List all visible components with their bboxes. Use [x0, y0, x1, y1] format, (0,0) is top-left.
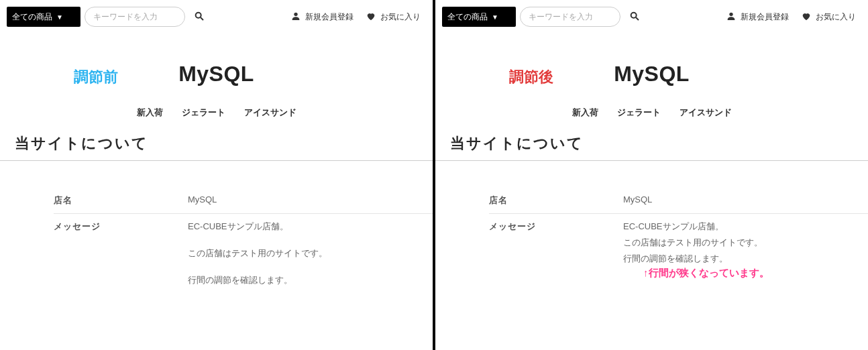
pane-after: 全ての商品 ▼ 新規会員登録 [435, 0, 868, 350]
nav-item[interactable]: ジェラート [182, 107, 225, 119]
topbar-right: 新規会員登録 お気に入り [290, 11, 426, 23]
nav-item[interactable]: アイスサンド [244, 107, 296, 119]
search-box [85, 7, 185, 27]
page-title: 当サイトについて [450, 133, 868, 154]
favorites-label: お気に入り [380, 11, 421, 23]
search-input[interactable] [529, 12, 629, 21]
page-title: 当サイトについて [15, 133, 433, 154]
category-label: 全ての商品 [447, 11, 488, 23]
register-label: 新規会員登録 [305, 11, 354, 23]
nav-item[interactable]: 新入荷 [137, 107, 163, 119]
message-line: EC-CUBEサンプル店舗。 [623, 221, 868, 233]
topbar: 全ての商品 ▼ 新規会員登録 [0, 0, 433, 28]
category-nav: 新入荷 ジェラート アイスサンド [435, 107, 868, 119]
search-input[interactable] [93, 12, 194, 21]
message-line: この店舗はテスト用のサイトです。 [188, 247, 433, 259]
svg-point-2 [294, 12, 297, 15]
svg-point-0 [196, 12, 201, 17]
chevron-down-icon: ▼ [492, 13, 498, 21]
message-value: EC-CUBEサンプル店舗。 この店舗はテスト用のサイトです。 行間の調節を確認… [188, 221, 433, 286]
register-link[interactable]: 新規会員登録 [290, 11, 354, 23]
heart-icon [366, 11, 376, 23]
search-icon[interactable] [629, 11, 640, 23]
message-line: 行間の調節を確認します。 [623, 253, 868, 265]
search-box [520, 7, 620, 27]
register-link[interactable]: 新規会員登録 [726, 11, 789, 23]
annotation-line-spacing: ↑行間が狭くなっています。 [643, 267, 769, 280]
message-label: メッセージ [489, 221, 623, 265]
category-nav: 新入荷 ジェラート アイスサンド [0, 107, 433, 119]
table-row: メッセージ EC-CUBEサンプル店舗。 この店舗はテスト用のサイトです。 行間… [489, 214, 868, 272]
message-line: この店舗はテスト用のサイトです。 [623, 237, 868, 249]
svg-point-5 [729, 12, 733, 15]
divider-line [0, 160, 433, 161]
shop-name-label: 店名 [54, 194, 188, 207]
favorites-label: お気に入り [816, 11, 856, 23]
svg-line-4 [636, 17, 639, 20]
favorites-link[interactable]: お気に入り [366, 11, 421, 23]
table-row: 店名 MySQL [54, 188, 433, 214]
user-icon [290, 11, 301, 23]
topbar: 全ての商品 ▼ 新規会員登録 [435, 0, 868, 28]
definition-list: 店名 MySQL メッセージ EC-CUBEサンプル店舗。 この店舗はテスト用の… [54, 188, 433, 293]
message-line: 行間の調節を確認します。 [188, 274, 433, 286]
topbar-right: 新規会員登録 お気に入り [726, 11, 861, 23]
chevron-down-icon: ▼ [56, 13, 63, 21]
svg-point-3 [631, 12, 637, 17]
table-row: メッセージ EC-CUBEサンプル店舗。 この店舗はテスト用のサイトです。 行間… [54, 214, 433, 293]
heart-icon [801, 11, 812, 23]
message-label: メッセージ [54, 221, 188, 286]
category-dropdown[interactable]: 全ての商品 ▼ [442, 7, 516, 27]
shop-name-value: MySQL [623, 194, 868, 207]
shop-name-value: MySQL [188, 194, 433, 207]
user-icon [726, 11, 737, 23]
register-label: 新規会員登録 [741, 11, 789, 23]
shop-name-label: 店名 [489, 194, 623, 207]
category-label: 全ての商品 [12, 11, 52, 23]
brand-title: MySQL [0, 62, 433, 86]
svg-line-1 [201, 17, 203, 20]
message-line: EC-CUBEサンプル店舗。 [188, 221, 433, 233]
definition-list: 店名 MySQL メッセージ EC-CUBEサンプル店舗。 この店舗はテスト用の… [489, 188, 868, 272]
comparison-container: 全ての商品 ▼ 新規会員登録 [0, 0, 868, 350]
table-row: 店名 MySQL [489, 188, 868, 214]
annotation-before: 調節前 [74, 67, 118, 87]
annotation-after: 調節後 [509, 67, 553, 87]
brand-title: MySQL [435, 62, 868, 86]
category-dropdown[interactable]: 全ての商品 ▼ [7, 7, 80, 27]
nav-item[interactable]: アイスサンド [680, 107, 732, 119]
favorites-link[interactable]: お気に入り [801, 11, 856, 23]
divider-line [435, 160, 868, 161]
search-icon[interactable] [194, 11, 205, 23]
message-value: EC-CUBEサンプル店舗。 この店舗はテスト用のサイトです。 行間の調節を確認… [623, 221, 868, 265]
nav-item[interactable]: ジェラート [617, 107, 661, 119]
pane-before: 全ての商品 ▼ 新規会員登録 [0, 0, 433, 350]
nav-item[interactable]: 新入荷 [572, 107, 598, 119]
